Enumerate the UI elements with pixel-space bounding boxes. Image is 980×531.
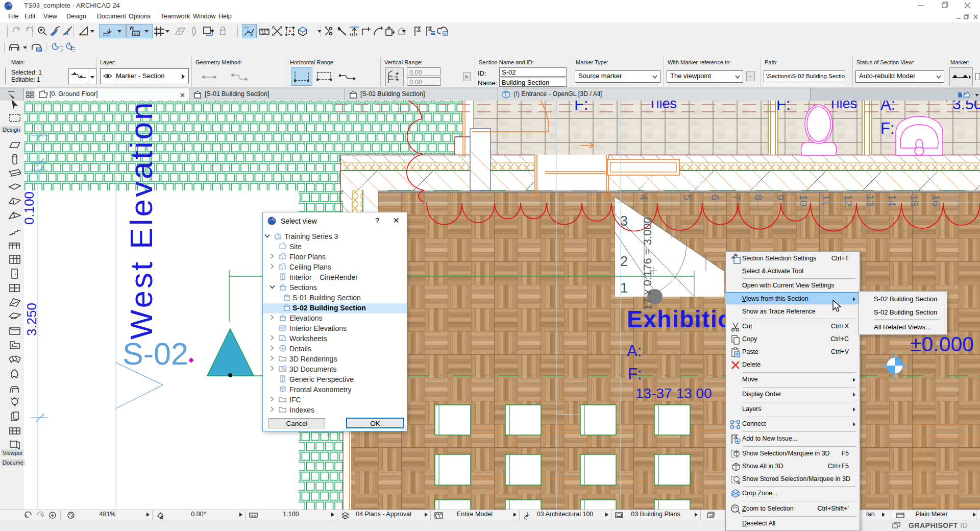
svg-text:F:: F: (880, 119, 895, 137)
svg-text:XY: XY (134, 32, 139, 36)
svg-text:F:: F: (776, 101, 791, 113)
svg-text:±0.000: ±0.000 (910, 332, 974, 356)
svg-text:13: 13 (865, 195, 876, 206)
svg-text:16: 16 (930, 195, 942, 206)
svg-text:A:: A: (880, 101, 895, 113)
svg-text:5: 5 (682, 195, 694, 201)
svg-text:4: 4 (638, 195, 650, 201)
svg-text:14: 14 (887, 195, 898, 207)
svg-text:S-02: S-02 (122, 336, 188, 371)
svg-text:8: 8 (753, 195, 765, 201)
svg-text:7: 7 (731, 195, 743, 201)
svg-text:West Elevation: West Elevation (124, 101, 159, 340)
svg-text:12: 12 (843, 195, 854, 206)
svg-text:0.100: 0.100 (24, 191, 37, 225)
svg-text:Tiles: Tiles (648, 101, 677, 111)
svg-text:2: 2 (620, 254, 628, 269)
svg-text:12: 12 (262, 31, 266, 34)
svg-text:13-37 13 00: 13-37 13 00 (635, 385, 712, 401)
svg-text:15: 15 (909, 195, 920, 206)
svg-text:3.250: 3.250 (24, 303, 39, 336)
svg-text:10: 10 (798, 195, 810, 206)
svg-text:11: 11 (821, 195, 832, 206)
svg-text:9: 9 (775, 195, 787, 201)
svg-text:3.50: 3.50 (952, 101, 980, 112)
svg-text:A:: A: (627, 342, 642, 360)
svg-text:F:: F: (574, 101, 589, 113)
svg-text:Tiles: Tiles (828, 101, 857, 111)
svg-text:∞: ∞ (395, 74, 398, 79)
svg-text:1: 1 (620, 280, 628, 296)
svg-text:17 x 0.176 = 3.000: 17 x 0.176 = 3.000 (641, 217, 654, 310)
svg-text:F:: F: (628, 365, 642, 383)
